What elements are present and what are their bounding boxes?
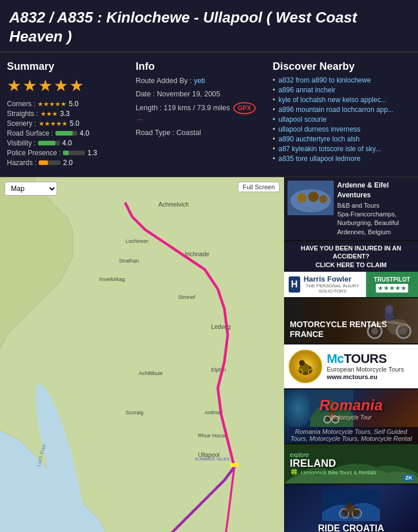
ireland-subtitle: Lemonrock Bike Tours & Rentals: [301, 470, 376, 475]
gpx-arrow-icon: →: [136, 115, 143, 123]
route-added-by: Route Added By : yeti: [136, 76, 263, 87]
svg-text:Strathan: Strathan: [119, 258, 139, 264]
ardenne-text: Ardenne & Eifel Aventures B&B and Tours …: [337, 181, 415, 237]
ardenne-title: Ardenne & Eifel Aventures: [337, 181, 415, 200]
svg-text:Achiltibuie: Achiltibuie: [139, 370, 163, 376]
ardenne-image: [288, 181, 334, 215]
trustpilot-stars: ★★★★★: [376, 284, 408, 293]
romania-description: Romania Motorcycle Tours, Self Guided To…: [284, 427, 418, 443]
stat-road-surface: Road Surface : 4.0: [7, 129, 124, 137]
discover-link-2[interactable]: a896 annat incheir: [273, 86, 411, 94]
ad-ardenne[interactable]: Ardenne & Eifel Aventures B&B and Tours …: [284, 177, 418, 241]
harris-logo: H Harris Fowler THE PERSONAL INJURY SOLI…: [284, 272, 366, 297]
mctours-text: McTOURS European Motorcycle Tours www.mc…: [327, 353, 413, 380]
ad-motorcycle-rentals[interactable]: MOTORCYCLE RENTALS FRANCE: [284, 298, 418, 344]
harris-name: Harris Fowler: [304, 275, 361, 283]
mctours-brand: McTOURS: [327, 353, 413, 365]
fullscreen-button[interactable]: Full Screen: [238, 182, 279, 192]
svg-point-36: [297, 193, 307, 203]
svg-rect-33: [230, 463, 239, 467]
svg-text:Rhue House: Rhue House: [198, 433, 227, 439]
croatia-content: RIDE CROATIA and BALKANS!: [318, 489, 384, 532]
croatia-title: RIDE CROATIA: [318, 523, 384, 532]
discover-link-4[interactable]: a896 mountain road lochcarron app...: [273, 106, 411, 114]
svg-point-50: [299, 360, 305, 366]
page-title: A832 / A835 : Kinlochewe - Ullapool ( We…: [9, 8, 409, 46]
svg-point-38: [319, 195, 327, 203]
moto-title: MOTORCYCLE RENTALS FRANCE: [290, 320, 412, 339]
gpx-badge[interactable]: GPX: [233, 102, 256, 114]
ardenne-subtitle: B&B and Tours: [337, 201, 415, 210]
svg-point-46: [385, 305, 393, 313]
map-section[interactable]: Map Satellite Terrain Full Screen Loch E…: [0, 177, 284, 532]
star-4: ★: [54, 76, 68, 95]
svg-text:Inverkirkag: Inverkirkag: [99, 276, 125, 282]
ireland-title: IRELAND: [290, 458, 412, 469]
star-2: ★: [23, 76, 37, 95]
mctours-logo: [289, 350, 322, 383]
map-toolbar: Map Satellite Terrain: [5, 182, 57, 196]
star-5: ★: [69, 76, 84, 95]
discover-link-6[interactable]: ullapool durness inverness: [273, 125, 411, 133]
main-content: Map Satellite Terrain Full Screen Loch E…: [0, 177, 418, 532]
svg-point-65: [346, 502, 352, 508]
svg-text:Stronef: Stronef: [178, 294, 196, 300]
info-title: Info: [136, 61, 263, 73]
harris-tagline: THE PERSONAL INJURY SOLICITORS: [304, 283, 361, 294]
route-length: Length : 119 kms / 73.9 miles GPX →: [136, 102, 263, 125]
svg-text:Scoraig: Scoraig: [125, 410, 143, 415]
page-header: A832 / A835 : Kinlochewe - Ullapool ( We…: [0, 0, 418, 53]
discover-column: Discover Nearby a832 from a890 to kinloc…: [269, 61, 411, 168]
harris-bottom: H Harris Fowler THE PERSONAL INJURY SOLI…: [284, 272, 418, 297]
discover-link-9[interactable]: a835 tore ullapool ledmore: [273, 155, 411, 163]
summary-stars: ★ ★ ★ ★ ★: [7, 76, 124, 95]
ardenne-details: Spa-Francorchamps, Nurburgring, Beautifu…: [337, 210, 415, 237]
ad-mctours[interactable]: McTOURS European Motorcycle Tours www.mc…: [284, 344, 418, 389]
trustpilot-badge: TRUSTPILOT ★★★★★: [366, 272, 418, 297]
trustpilot-label: TRUSTPILOT: [374, 276, 410, 283]
mctours-url: www.mctours.eu: [327, 373, 413, 380]
map-svg: Loch Ewe Achmelvich Lochinver Strathan I…: [0, 177, 284, 532]
discover-title: Discover Nearby: [273, 61, 411, 73]
summary-title: Summary: [7, 61, 124, 73]
ad-romania[interactable]: Romania Motorcycle Tour Romania Motorcyc…: [284, 389, 418, 444]
discover-link-7[interactable]: a890 auchtertyre loch alsh: [273, 135, 411, 143]
svg-text:Achmelvich: Achmelvich: [159, 201, 189, 208]
svg-text:SUMMER ISLES: SUMMER ISLES: [195, 456, 229, 462]
romania-subtitle: Motorcycle Tour: [331, 414, 372, 421]
ad-croatia[interactable]: RIDE CROATIA and BALKANS!: [284, 485, 418, 532]
stat-straights: Straights : ★★★ 3.3: [7, 110, 124, 118]
stat-corners: Corners : ★★★★★ 5.0: [7, 100, 124, 108]
mctours-description: European Motorcycle Tours: [327, 365, 413, 373]
sidebar-ads: Ardenne & Eifel Aventures B&B and Tours …: [284, 177, 418, 532]
route-added-by-link[interactable]: yeti: [194, 77, 205, 85]
svg-point-37: [308, 192, 319, 202]
discover-links-list: a832 from a890 to kinlochewe a896 annat …: [273, 76, 411, 163]
svg-text:Lochinver: Lochinver: [125, 238, 148, 244]
info-bar: Summary ★ ★ ★ ★ ★ Corners : ★★★★★ 5.0 St…: [0, 53, 418, 177]
map-type-select[interactable]: Map Satellite Terrain: [5, 182, 57, 196]
stat-scenery: Scenery : ★★★★★ 5.0: [7, 119, 124, 128]
harris-top-text: HAVE YOU BEEN INJURED IN AN ACCIDENT? CL…: [284, 241, 418, 272]
star-3: ★: [38, 76, 53, 95]
svg-text:Inchnade: Inchnade: [185, 251, 210, 257]
romania-image: Romania Motorcycle Tour: [284, 389, 418, 427]
ad-harris-fowler[interactable]: HAVE YOU BEEN INJURED IN AN ACCIDENT? CL…: [284, 241, 418, 298]
star-1: ★: [7, 76, 21, 95]
ireland-bg: explore IRELAND 🍀 Lemonrock Bike Tours &…: [284, 444, 418, 484]
summary-column: Summary ★ ★ ★ ★ ★ Corners : ★★★★★ 5.0 St…: [7, 61, 124, 168]
stat-police: Police Presence : 1.3: [7, 149, 124, 157]
romania-logo: Romania: [319, 396, 383, 414]
discover-link-3[interactable]: kyle of lochalsh new kelso applec...: [273, 96, 411, 104]
ad-ireland[interactable]: explore IRELAND 🍀 Lemonrock Bike Tours &…: [284, 444, 418, 485]
moto-bg: MOTORCYCLE RENTALS FRANCE: [284, 298, 418, 343]
info-column: Info Route Added By : yeti Date : Novemb…: [130, 61, 263, 168]
discover-link-1[interactable]: a832 from a890 to kinlochewe: [273, 76, 411, 84]
stat-visibility: Visibility : 4.0: [7, 139, 124, 147]
road-type: Road Type : Coastal: [136, 128, 263, 138]
stat-hazards: Hazards : 2.0: [7, 159, 124, 167]
discover-link-5[interactable]: ullapool scourie: [273, 115, 411, 123]
discover-link-8[interactable]: a87 kyleakin totscore isle of sky...: [273, 145, 411, 153]
route-date: Date : November 19, 2005: [136, 89, 263, 100]
